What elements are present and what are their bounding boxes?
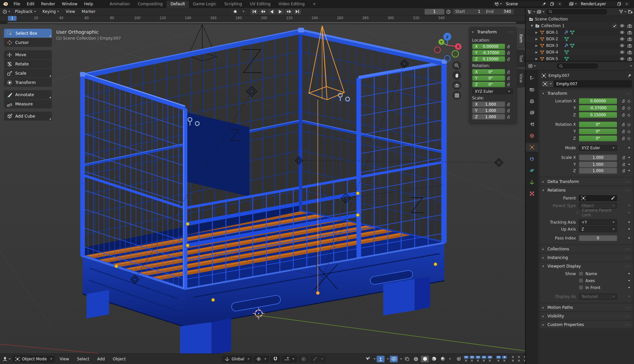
object-name-field[interactable]: Empty.007 [553, 80, 632, 88]
keyframe-icon[interactable]: ◇ [627, 136, 630, 141]
browse-object-button[interactable] [541, 80, 553, 88]
timeline-menu-keying[interactable]: Keying [39, 8, 62, 16]
outliner-display-mode-icon[interactable] [537, 10, 544, 14]
tab-object[interactable] [526, 143, 538, 152]
lock-icon[interactable] [507, 57, 511, 61]
lock-icon[interactable] [507, 70, 511, 74]
shading-rendered-button[interactable] [439, 356, 447, 362]
menu-render[interactable]: Render [38, 0, 58, 8]
disable-render-icon[interactable] [627, 44, 632, 48]
menu-view[interactable]: View [57, 357, 72, 361]
camera-view-button[interactable] [452, 81, 461, 90]
hide-viewport-icon[interactable] [620, 24, 624, 27]
lock-icon[interactable] [622, 123, 626, 127]
menu-help[interactable]: Help [81, 0, 96, 8]
lock-icon[interactable] [507, 109, 511, 113]
snap-target-dropdown[interactable] [282, 356, 297, 362]
collapse-chevron[interactable]: ▾ [542, 92, 545, 95]
scale-x-field[interactable]: X1.000 [472, 101, 505, 107]
prop-location-z[interactable]: 0.15000 [579, 112, 617, 118]
ortho-toggle-button[interactable] [452, 91, 461, 100]
addon-x-2[interactable]: ×× [516, 355, 521, 362]
npanel-tab-tool[interactable]: Tool [517, 50, 525, 67]
expand-chevron[interactable]: ▶ [535, 31, 538, 34]
tool-transform[interactable]: Transform [4, 78, 52, 87]
tool-move[interactable]: Move [4, 50, 52, 59]
keyframe-icon[interactable]: ◇ [627, 113, 630, 117]
properties-options-chevron[interactable] [629, 65, 632, 67]
npanel-tab-item[interactable]: Item [517, 29, 525, 48]
prop-scale-z[interactable]: 1.000 [579, 168, 617, 174]
tab-compositing[interactable]: Compositing [134, 1, 167, 8]
scene-pin-icon[interactable] [540, 1, 548, 7]
xray-toggle[interactable] [403, 356, 411, 362]
new-collection-button[interactable] [628, 10, 633, 14]
outliner-row-box-2[interactable]: ▶ BOX-2 [526, 36, 634, 42]
prop-rotation-x[interactable]: 0° [579, 122, 617, 127]
panel-custom-properties[interactable]: ▸Custom Properties:::: [540, 321, 633, 328]
shading-solid-button[interactable] [421, 356, 429, 362]
previous-keyframe-button[interactable] [259, 9, 267, 15]
scale-z-field[interactable]: Z1.000 [472, 114, 505, 120]
location-z-field[interactable]: Z0.15000 [472, 56, 505, 62]
panel-collections[interactable]: ▸Collections:::: [540, 245, 633, 253]
expand-chevron[interactable]: ▶ [535, 51, 538, 54]
tab-texture[interactable] [526, 189, 538, 198]
tab-tool[interactable] [526, 74, 538, 82]
tab-scripting[interactable]: Scripting [220, 1, 246, 8]
menu-object[interactable]: Object [110, 357, 129, 361]
mode-dropdown[interactable]: Object Mode [13, 356, 55, 362]
lock-icon[interactable] [622, 99, 626, 103]
auto-key-options-chevron[interactable] [242, 11, 244, 12]
timeline-scrollbar[interactable] [0, 21, 525, 24]
hide-viewport-icon[interactable] [620, 51, 624, 54]
prop-location-y[interactable]: -0.37000 [579, 105, 617, 111]
properties-search-input[interactable] [557, 63, 598, 69]
proportional-falloff-dropdown[interactable] [310, 356, 326, 362]
npanel-tab-view[interactable]: View [517, 69, 525, 88]
keyframe-icon[interactable]: ◇ [627, 122, 630, 127]
add-workspace-button[interactable]: + [309, 1, 320, 8]
gizmo-negative-y-axis[interactable] [452, 51, 459, 57]
play-button[interactable] [276, 9, 284, 15]
show-name-checkbox[interactable] [579, 272, 583, 276]
tool-scale[interactable]: Scale [4, 69, 52, 78]
tool-annotate[interactable]: Annotate [4, 90, 52, 99]
addon-toggle-5[interactable]: × [487, 356, 492, 362]
proportional-edit-toggle[interactable] [299, 356, 309, 362]
viewport-canvas[interactable] [0, 24, 525, 353]
zoom-button[interactable] [452, 61, 461, 70]
expand-chevron[interactable]: ▶ [535, 44, 538, 47]
prop-rotation-z[interactable]: 0° [579, 135, 617, 141]
npanel-collapse-chevron[interactable]: ▾ [472, 30, 475, 34]
transform-orientation-dropdown[interactable]: Global [222, 356, 252, 362]
outliner-editor-type-icon[interactable] [528, 10, 535, 14]
pass-index-field[interactable]: 0 [579, 235, 617, 241]
outliner-row-box-3[interactable]: ▶ BOX-3 [526, 42, 634, 49]
next-keyframe-button[interactable] [285, 9, 293, 15]
location-x-field[interactable]: X0.00000 [472, 44, 505, 49]
menu-add[interactable]: Add [94, 357, 108, 361]
disable-render-icon[interactable] [627, 51, 632, 54]
play-reverse-button[interactable] [268, 9, 276, 15]
outliner-row-box-1[interactable]: ▶ BOX-1 [526, 29, 634, 36]
scene-browse-icon[interactable] [492, 1, 504, 7]
navigation-gizmo[interactable]: Z Y X [432, 28, 464, 62]
lock-icon[interactable] [622, 163, 626, 166]
scene-name[interactable]: Scene [504, 1, 540, 7]
timeline-menu-view[interactable]: View [62, 8, 78, 16]
menu-edit[interactable]: Edit [23, 0, 38, 8]
up-axis-dropdown[interactable]: Z [579, 226, 617, 232]
collapse-chevron[interactable]: ▼ [530, 24, 534, 27]
rotation-mode-dropdown[interactable]: XYZ Euler [472, 89, 513, 94]
panel-drag-handle[interactable]: :::: [625, 265, 630, 268]
overlays-toggle[interactable] [390, 356, 398, 362]
outliner-row-box-4[interactable]: ▶ BOX-4 [526, 49, 634, 55]
scale-y-field[interactable]: Y1.000 [472, 108, 505, 113]
start-frame-field[interactable]: Start1 [453, 9, 483, 15]
keyframe-icon[interactable]: ◇ [627, 99, 630, 103]
end-frame-field[interactable]: End340 [483, 9, 514, 15]
lock-icon[interactable] [507, 45, 511, 49]
lock-icon[interactable] [507, 76, 511, 80]
jump-to-start-button[interactable] [250, 9, 258, 15]
